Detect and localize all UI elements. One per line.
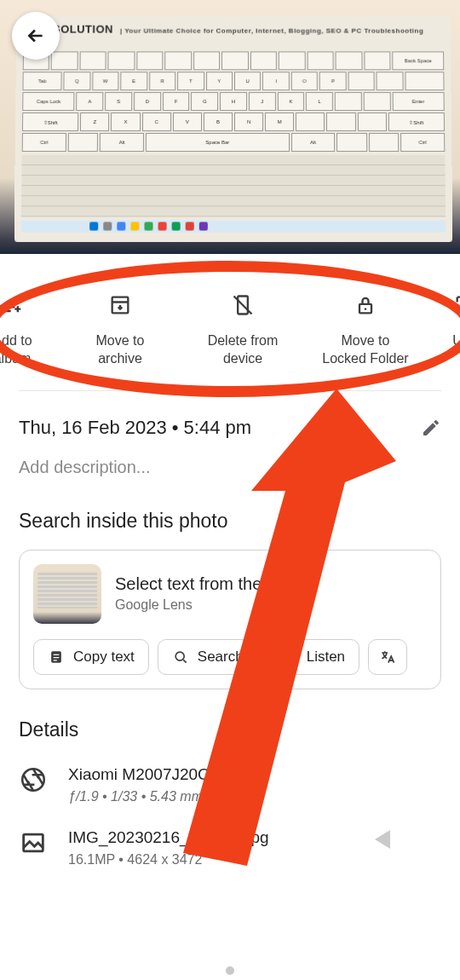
file-meta: 16.1MP • 4624 x 3472 bbox=[68, 852, 269, 868]
aperture-icon bbox=[19, 765, 48, 794]
move-archive-button[interactable]: Move to archive bbox=[73, 293, 167, 368]
lens-thumbnail bbox=[33, 564, 101, 624]
back-arrow-icon bbox=[25, 25, 47, 47]
detail-file-row: IMG_20230216_174446.jpg 16.1MP • 4624 x … bbox=[19, 828, 441, 868]
drag-handle[interactable] bbox=[215, 264, 245, 268]
svg-rect-6 bbox=[54, 660, 57, 660]
svg-rect-10 bbox=[24, 834, 43, 851]
action-row: Add to album Move to archive Delete from… bbox=[0, 283, 460, 390]
expand-indicator-icon[interactable] bbox=[375, 830, 390, 849]
search-button[interactable]: Search bbox=[158, 639, 258, 675]
translate-icon bbox=[379, 649, 396, 666]
svg-rect-4 bbox=[54, 654, 60, 654]
search-section: Search inside this photo Select text fro… bbox=[0, 484, 460, 689]
copy-text-button[interactable]: Copy text bbox=[33, 639, 149, 675]
svg-point-8 bbox=[284, 654, 290, 660]
add-to-album-icon bbox=[1, 293, 25, 317]
add-to-album-button[interactable]: Add to album bbox=[0, 293, 44, 368]
photo-preview: s PC SOLUTION | Your Ultimate Choice for… bbox=[0, 0, 460, 254]
add-album-label: Add to album bbox=[0, 332, 44, 368]
move-locked-button[interactable]: Move to Locked Folder bbox=[319, 293, 412, 368]
listen-button[interactable]: Listen bbox=[267, 639, 359, 675]
svg-point-7 bbox=[175, 652, 184, 660]
edit-pencil-icon[interactable] bbox=[421, 418, 441, 438]
translate-button[interactable] bbox=[368, 639, 407, 675]
delete-label: Delete from device bbox=[196, 332, 290, 368]
delete-device-icon bbox=[231, 293, 255, 317]
lens-subtitle: Google Lens bbox=[115, 597, 313, 613]
use-as-button[interactable]: Use bbox=[441, 293, 460, 368]
use-as-label: Use bbox=[452, 332, 460, 350]
details-title: Details bbox=[19, 718, 441, 741]
lens-title: Select text from the image bbox=[115, 574, 313, 594]
document-icon bbox=[48, 649, 65, 666]
archive-label: Move to archive bbox=[73, 332, 167, 368]
lens-card: Select text from the image Google Lens C… bbox=[19, 550, 441, 689]
nav-indicator bbox=[226, 966, 234, 975]
detail-device-row: Xiaomi M2007J20CI ƒ/1.9 • 1/33 • 5.43 mm… bbox=[19, 765, 441, 804]
speaker-icon bbox=[281, 649, 298, 666]
device-name: Xiaomi M2007J20CI bbox=[68, 765, 262, 784]
details-section: Details Xiaomi M2007J20CI ƒ/1.9 • 1/33 •… bbox=[0, 689, 460, 868]
archive-icon bbox=[108, 293, 132, 317]
delete-device-button[interactable]: Delete from device bbox=[196, 293, 290, 368]
info-section: Thu, 16 Feb 2023 • 5:44 pm Add descripti… bbox=[0, 391, 460, 484]
back-button[interactable] bbox=[12, 12, 60, 60]
svg-rect-5 bbox=[54, 657, 60, 658]
file-name: IMG_20230216_174446.jpg bbox=[68, 828, 269, 847]
photo-content: s PC SOLUTION | Your Ultimate Choice for… bbox=[14, 16, 453, 242]
copy-text-label: Copy text bbox=[73, 649, 135, 666]
bottom-sheet: Add to album Move to archive Delete from… bbox=[0, 254, 460, 980]
lens-search-icon bbox=[172, 649, 189, 666]
device-meta: ƒ/1.9 • 1/33 • 5.43 mm • ISO382 bbox=[68, 789, 262, 804]
lock-icon bbox=[354, 293, 377, 317]
datetime-text: Thu, 16 Feb 2023 • 5:44 pm bbox=[19, 417, 251, 439]
description-input[interactable]: Add description... bbox=[19, 458, 441, 477]
search-label: Search bbox=[198, 649, 244, 666]
wallpaper-icon bbox=[453, 293, 461, 317]
image-file-icon bbox=[19, 828, 48, 857]
locked-label: Move to Locked Folder bbox=[319, 332, 412, 368]
search-title: Search inside this photo bbox=[19, 510, 441, 533]
listen-label: Listen bbox=[307, 649, 345, 666]
